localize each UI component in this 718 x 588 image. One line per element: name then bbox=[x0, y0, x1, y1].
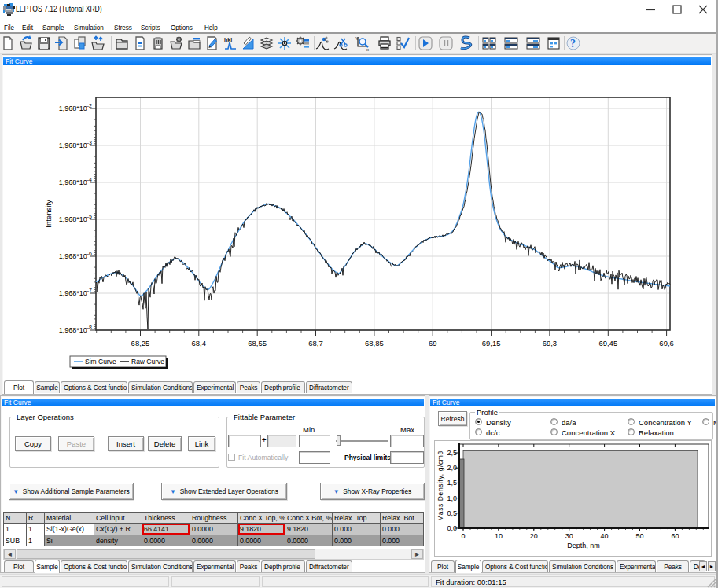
svg-text:68,85: 68,85 bbox=[365, 339, 384, 347]
svg-text:1,968*10-8: 1,968*10-8 bbox=[59, 325, 92, 334]
svg-text:?: ? bbox=[570, 38, 576, 50]
svg-text:69,15: 69,15 bbox=[482, 339, 501, 347]
svg-text:20: 20 bbox=[530, 532, 538, 540]
svg-text:10: 10 bbox=[495, 532, 503, 540]
svg-text:69: 69 bbox=[429, 339, 437, 347]
svg-text:Sim Curve: Sim Curve bbox=[85, 358, 116, 366]
svg-text:Depth, nm: Depth, nm bbox=[567, 542, 600, 549]
svg-text:1,968*10-2: 1,968*10-2 bbox=[59, 103, 92, 112]
svg-text:69,3: 69,3 bbox=[543, 339, 558, 347]
svg-text:hkl: hkl bbox=[224, 37, 232, 42]
svg-text:Y: Y bbox=[355, 36, 359, 41]
svg-text:69,45: 69,45 bbox=[598, 339, 617, 347]
svg-text:30: 30 bbox=[565, 532, 573, 540]
svg-text:Raw Curve: Raw Curve bbox=[131, 358, 164, 366]
svg-text:68,4: 68,4 bbox=[192, 339, 207, 347]
svg-text:Mass Density, g/cm3: Mass Density, g/cm3 bbox=[436, 450, 444, 521]
svg-text:1,968*10-6: 1,968*10-6 bbox=[59, 251, 92, 260]
svg-text:68,55: 68,55 bbox=[248, 339, 267, 347]
svg-text:68,25: 68,25 bbox=[131, 339, 150, 347]
svg-text:1,968*10-5: 1,968*10-5 bbox=[59, 214, 92, 223]
svg-text:1,968*10-3: 1,968*10-3 bbox=[59, 140, 92, 149]
svg-text:1,968*10-7: 1,968*10-7 bbox=[59, 288, 92, 297]
svg-text:Intensity: Intensity bbox=[44, 200, 53, 228]
svg-text:40: 40 bbox=[601, 532, 609, 540]
svg-text:50: 50 bbox=[635, 532, 643, 540]
svg-text:0: 0 bbox=[461, 532, 465, 540]
svg-text:68,7: 68,7 bbox=[308, 339, 323, 347]
svg-text:x: x bbox=[366, 47, 369, 51]
svg-text:1,968*10-4: 1,968*10-4 bbox=[59, 177, 92, 186]
svg-text:60: 60 bbox=[671, 532, 679, 540]
svg-text:69,6: 69,6 bbox=[659, 339, 674, 347]
